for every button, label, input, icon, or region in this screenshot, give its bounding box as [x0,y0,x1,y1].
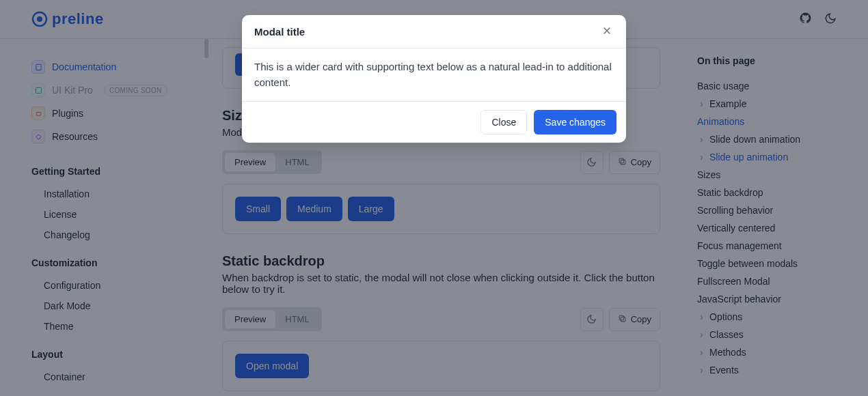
modal-body: This is a wider card with supporting tex… [242,48,626,102]
close-button[interactable]: Close [480,110,527,135]
modal-footer: Close Save changes [242,102,626,143]
close-icon [601,25,612,38]
modal-overlay[interactable]: Modal title This is a wider card with su… [0,0,868,396]
modal-close-button[interactable] [600,25,614,38]
modal-title: Modal title [254,26,305,38]
modal-header: Modal title [242,15,626,48]
modal-dialog: Modal title This is a wider card with su… [242,15,626,143]
save-changes-button[interactable]: Save changes [534,110,616,135]
